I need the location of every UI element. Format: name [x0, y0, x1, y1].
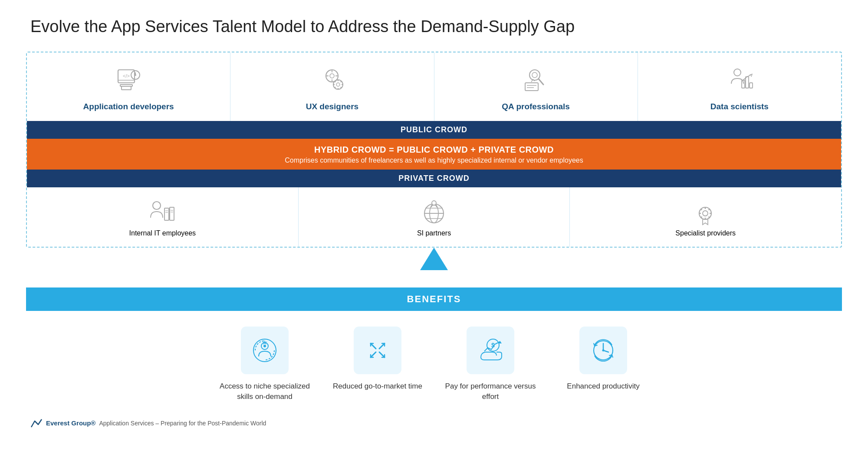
svg-line-23 [335, 87, 335, 88]
svg-point-9 [330, 74, 334, 78]
benefit-productivity-label: Enhanced productivity [567, 381, 639, 392]
hybrid-crowd-banner: HYBRID CROWD = PUBLIC CROWD + PRIVATE CR… [27, 139, 841, 170]
specialist-icon [691, 199, 720, 229]
specialist-providers-cell: Specialist providers [570, 187, 841, 247]
reduced-time-icon [354, 327, 401, 374]
benefits-row: Access to niche specialized skills on-de… [26, 311, 842, 411]
ux-designers-cell: UX designers [230, 52, 434, 121]
svg-line-55 [709, 209, 710, 210]
svg-rect-2 [122, 86, 131, 90]
svg-line-63 [379, 343, 385, 349]
data-scientists-cell: Data scientists [638, 52, 841, 121]
top-row: </> Application developers [27, 52, 841, 121]
svg-rect-33 [750, 83, 753, 88]
qa-professionals-label: QA professionals [502, 102, 570, 111]
diagram-container: </> Application developers [26, 52, 842, 248]
public-crowd-banner: PUBLIC CROWD [27, 121, 841, 139]
qa-professionals-cell: QA professionals [434, 52, 638, 121]
benefits-banner: BENEFITS [26, 287, 842, 311]
productivity-icon [579, 327, 627, 374]
svg-point-34 [153, 202, 161, 209]
niche-skills-icon [241, 327, 289, 374]
footer-text: Application Services – Preparing for the… [99, 420, 266, 427]
svg-point-30 [734, 69, 741, 76]
footer-brand: Everest Group® [46, 419, 95, 427]
internal-it-cell: Internal IT employees [27, 187, 299, 247]
benefit-reduced-time-label: Reduced go-to-market time [333, 381, 422, 392]
si-partners-label: SI partners [417, 229, 451, 237]
svg-line-62 [371, 343, 376, 349]
svg-point-48 [703, 211, 708, 216]
hybrid-crowd-title: HYBRID CROWD = PUBLIC CROWD + PRIVATE CR… [27, 145, 841, 155]
svg-point-7 [135, 74, 136, 76]
benefit-productivity: Enhanced productivity [556, 327, 651, 402]
developer-icon: </> [113, 65, 144, 96]
svg-rect-36 [170, 207, 174, 220]
svg-line-21 [341, 87, 342, 88]
up-arrow-icon [417, 248, 451, 270]
svg-rect-27 [525, 83, 538, 91]
svg-text:</>: </> [123, 73, 130, 78]
svg-line-64 [371, 352, 376, 357]
footer: Everest Group® Application Services – Pr… [26, 418, 842, 428]
svg-rect-35 [164, 208, 169, 220]
private-crowd-banner: PRIVATE CROWD [27, 170, 841, 187]
si-partners-cell: SI partners [299, 187, 570, 247]
benefit-niche-skills: Access to niche specialized skills on-de… [217, 327, 312, 402]
arrow-container [26, 248, 842, 270]
benefit-performance-label: Pay for performance versus effort [443, 381, 538, 402]
bottom-row: Internal IT employees SI pa [27, 187, 841, 247]
svg-point-72 [602, 349, 605, 352]
ux-icon [316, 65, 348, 96]
svg-line-54 [709, 217, 710, 218]
svg-point-60 [263, 345, 266, 347]
application-developers-cell: </> Application developers [27, 52, 230, 121]
svg-rect-32 [746, 77, 749, 88]
svg-line-22 [341, 81, 342, 82]
svg-line-53 [701, 209, 702, 210]
si-partners-icon [420, 199, 448, 229]
svg-marker-68 [498, 341, 502, 343]
hybrid-crowd-subtitle: Comprises communities of freelancers as … [27, 157, 841, 164]
datascientist-icon [724, 65, 755, 96]
performance-icon: $ [467, 327, 514, 374]
qa-icon [520, 65, 552, 96]
app-developers-label: Application developers [83, 102, 174, 111]
it-employees-icon [147, 199, 178, 229]
svg-point-15 [336, 83, 340, 86]
page-title: Evolve the App Services Talent Model to … [30, 17, 842, 36]
svg-line-65 [379, 352, 385, 357]
svg-marker-57 [420, 248, 448, 270]
svg-point-46 [432, 201, 436, 205]
benefit-reduced-time: Reduced go-to-market time [330, 327, 425, 402]
svg-line-56 [701, 217, 702, 218]
everest-group-logo: Everest Group® Application Services – Pr… [30, 418, 266, 428]
data-scientists-label: Data scientists [710, 102, 769, 111]
internal-it-label: Internal IT employees [129, 229, 196, 237]
svg-point-25 [532, 72, 537, 78]
ux-designers-label: UX designers [306, 102, 358, 111]
benefit-niche-skills-label: Access to niche specialized skills on-de… [217, 381, 312, 402]
mountain-icon [30, 418, 43, 428]
svg-line-26 [539, 79, 543, 85]
specialist-providers-label: Specialist providers [675, 229, 736, 237]
benefit-performance: $ Pay for performance versus effort [443, 327, 538, 402]
